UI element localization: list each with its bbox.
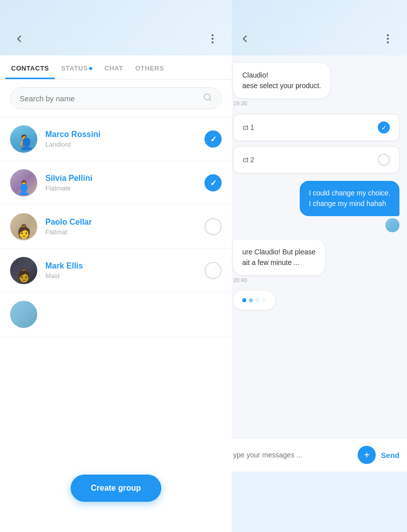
tab-contacts[interactable]: CONTACTS [5, 55, 55, 79]
avatar-image: 🧍 [16, 224, 32, 239]
option-label: ct 1 [243, 123, 254, 131]
avatar-marco: 🧍 [10, 125, 37, 153]
select-mark[interactable] [205, 262, 222, 279]
svg-point-5 [387, 34, 389, 36]
search-icon [203, 93, 212, 104]
search-input[interactable] [20, 94, 198, 103]
left-panel: CONTACTS STATUS CHAT OTHERS [0, 0, 232, 532]
message-input[interactable] [233, 451, 353, 459]
contact-info-paolo: Paolo Cellar Flatmat [45, 218, 205, 236]
product-option-1[interactable]: ct 1 [233, 114, 399, 141]
svg-point-6 [387, 38, 389, 40]
avatar-mark: 🧍 [10, 257, 37, 284]
tab-status[interactable]: STATUS [55, 55, 98, 79]
sender-avatar-small [385, 218, 399, 232]
product-option-2[interactable]: ct 2 [233, 146, 399, 173]
more-options-button[interactable] [204, 30, 222, 48]
contact-info-mark: Mark Ellis Maid [45, 261, 205, 280]
svg-point-0 [212, 34, 214, 36]
contact-info-marco: Marco Rossini Landlord [45, 130, 205, 148]
avatar-paolo: 🧍 [10, 213, 37, 240]
contact-item-paolo[interactable]: 🧍 Paolo Cellar Flatmat [0, 205, 232, 249]
contact-role-paolo: Flatmat [45, 228, 205, 236]
message-time: 19:30 [233, 100, 247, 106]
typing-dot-3 [255, 298, 259, 302]
add-attachment-button[interactable]: + [358, 446, 376, 464]
select-silvia[interactable] [205, 174, 222, 191]
select-marco[interactable] [205, 130, 222, 148]
avatar-image: 🧍 [16, 268, 32, 283]
message-sent-1: I could change my choice.I change my min… [233, 181, 399, 232]
contact-name-marco: Marco Rossini [45, 130, 205, 139]
tab-others[interactable]: OTHERS [129, 55, 170, 79]
contact-name-mark: Mark Ellis [45, 261, 205, 271]
left-header [0, 0, 232, 55]
contact-item-marco[interactable]: 🧍 Marco Rossini Landlord [0, 117, 232, 161]
typing-dot-4 [262, 298, 266, 302]
option-radio-1[interactable] [378, 121, 390, 134]
search-box [10, 87, 222, 109]
tab-bar: CONTACTS STATUS CHAT OTHERS [0, 55, 232, 80]
message-time: 20:40 [233, 277, 247, 283]
typing-dot-1 [242, 298, 246, 302]
contact-role-silvia: Flatmate [45, 184, 205, 192]
option-radio-2[interactable] [378, 154, 390, 166]
contact-name-silvia: Silvia Pellini [45, 174, 205, 183]
product-options: ct 1 ct 2 [233, 114, 399, 173]
svg-line-4 [209, 99, 211, 100]
message-bubble-sent: I could change my choice.I change my min… [300, 181, 399, 216]
typing-indicator [233, 291, 275, 310]
avatar-partial [10, 301, 37, 328]
contact-role-marco: Landlord [45, 141, 205, 148]
chat-input-area: + Send [226, 438, 407, 472]
contacts-list: 🧍 Marco Rossini Landlord 🧍‍♀️ Silvia Pel… [0, 117, 232, 532]
back-button[interactable] [10, 30, 28, 48]
message-bubble: ure Claudio! But pleaseait a few minute … [233, 240, 325, 275]
avatar-silvia: 🧍‍♀️ [10, 169, 37, 196]
status-dot [89, 67, 92, 70]
right-panel: Claudio!aese select your product. 19:30 … [226, 0, 407, 532]
message-received-2: ure Claudio! But pleaseait a few minute … [233, 240, 399, 283]
contact-item-mark[interactable]: 🧍 Mark Ellis Maid [0, 249, 232, 293]
avatar-image: 🧍‍♀️ [16, 180, 32, 195]
create-group-container: Create group [71, 475, 161, 502]
right-header [226, 0, 407, 55]
message-text: I could change my choice.I change my min… [309, 189, 390, 208]
message-text: ure Claudio! But pleaseait a few minute … [242, 248, 316, 267]
contact-name-paolo: Paolo Cellar [45, 218, 205, 227]
create-group-button[interactable]: Create group [71, 475, 161, 502]
typing-dot-2 [249, 298, 253, 302]
right-bottom-area [226, 472, 407, 532]
contact-item-silvia[interactable]: 🧍‍♀️ Silvia Pellini Flatmate [0, 161, 232, 205]
send-button[interactable]: Send [381, 451, 399, 459]
contact-info-silvia: Silvia Pellini Flatmate [45, 174, 205, 192]
select-paolo[interactable] [205, 218, 222, 235]
tab-chat[interactable]: CHAT [98, 55, 129, 79]
option-label: ct 2 [243, 156, 254, 164]
contact-item-partial[interactable] [0, 293, 232, 337]
svg-point-1 [212, 38, 214, 40]
chat-messages: Claudio!aese select your product. 19:30 … [226, 55, 407, 438]
message-bubble: Claudio!aese select your product. [233, 63, 330, 98]
message-received-1: Claudio!aese select your product. 19:30 [233, 63, 399, 106]
svg-point-7 [387, 41, 389, 43]
search-container [0, 80, 232, 117]
contact-role-mark: Maid [45, 272, 205, 280]
message-text: Claudio!aese select your product. [242, 71, 321, 90]
avatar-image: 🧍 [15, 134, 33, 151]
chat-back-button[interactable] [236, 30, 254, 48]
chat-more-button[interactable] [379, 30, 397, 48]
svg-point-2 [212, 41, 214, 43]
